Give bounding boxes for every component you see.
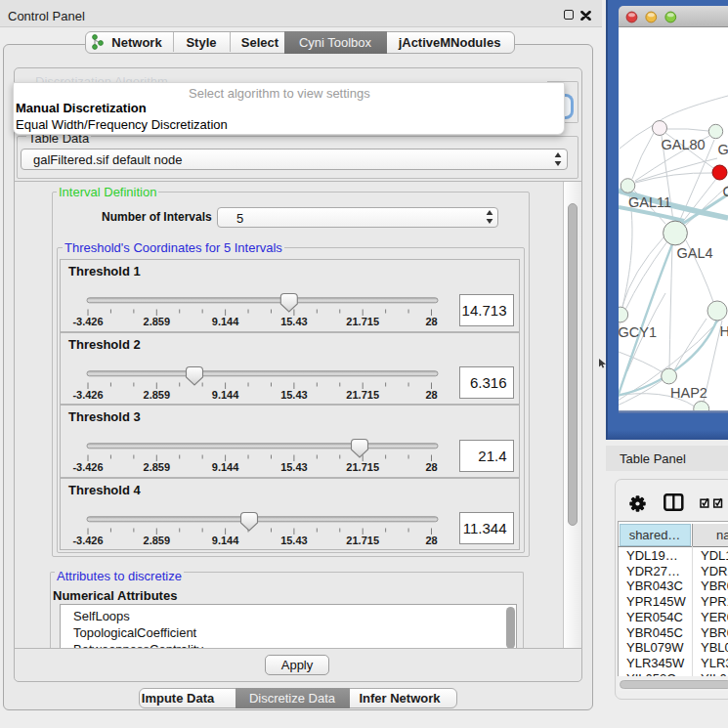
svg-text:21.715: 21.715 <box>346 461 379 473</box>
svg-text:28: 28 <box>425 388 437 400</box>
svg-text:2.859: 2.859 <box>144 316 171 327</box>
svg-text:9.144: 9.144 <box>212 316 239 327</box>
svg-text:-3.426: -3.426 <box>72 388 103 400</box>
svg-text:-3.426: -3.426 <box>72 316 103 327</box>
svg-text:GCY1: GCY1 <box>619 324 657 340</box>
svg-text:Threshold 2: Threshold 2 <box>68 337 141 352</box>
svg-text:2.859: 2.859 <box>144 461 171 473</box>
svg-text:Threshold 3: Threshold 3 <box>68 409 141 424</box>
svg-text:GA: GA <box>718 142 728 157</box>
svg-text:-3.426: -3.426 <box>72 534 103 545</box>
svg-text:15.43: 15.43 <box>280 461 308 473</box>
svg-text:28: 28 <box>425 534 437 545</box>
svg-text:Threshold 1: Threshold 1 <box>68 264 141 278</box>
svg-text:GAL80: GAL80 <box>662 137 706 152</box>
svg-text:Threshold 4: Threshold 4 <box>68 483 141 497</box>
svg-text:HAP2: HAP2 <box>670 385 707 401</box>
svg-text:15.43: 15.43 <box>280 316 308 327</box>
svg-text:2.859: 2.859 <box>144 388 171 400</box>
svg-text:-3.426: -3.426 <box>72 461 103 473</box>
svg-text:H: H <box>720 323 728 339</box>
svg-text:21.715: 21.715 <box>346 316 379 327</box>
svg-text:9.144: 9.144 <box>212 461 239 473</box>
svg-text:C: C <box>723 184 728 199</box>
svg-text:15.43: 15.43 <box>280 388 308 400</box>
svg-text:GAL4: GAL4 <box>677 245 713 261</box>
svg-text:9.144: 9.144 <box>212 534 239 545</box>
svg-text:21.715: 21.715 <box>346 534 379 545</box>
svg-text:2.859: 2.859 <box>144 534 171 545</box>
svg-text:21.715: 21.715 <box>346 388 379 400</box>
svg-text:9.144: 9.144 <box>212 388 239 400</box>
svg-text:28: 28 <box>425 316 437 327</box>
svg-text:28: 28 <box>425 461 437 473</box>
svg-text:15.43: 15.43 <box>280 534 308 545</box>
svg-text:GAL11: GAL11 <box>628 194 671 210</box>
